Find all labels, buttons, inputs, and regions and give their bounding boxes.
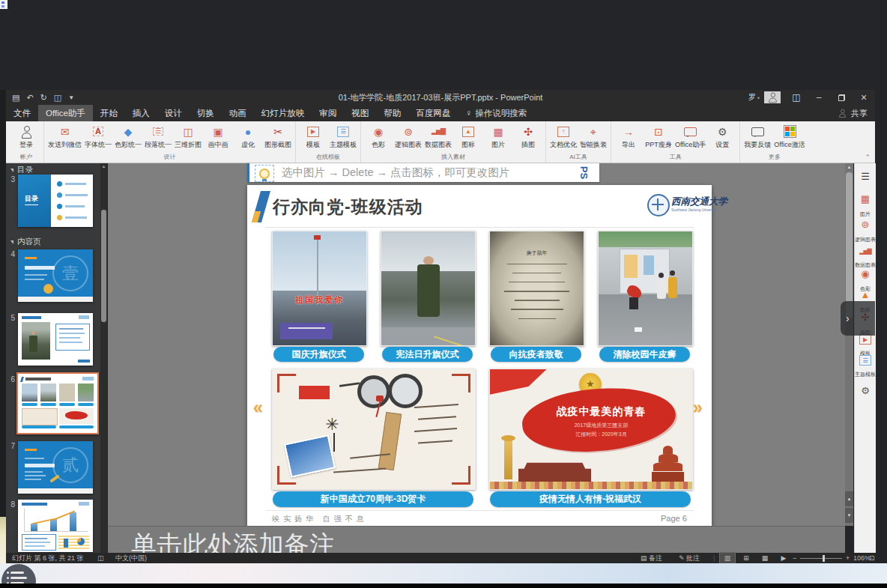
settings-button[interactable]: ⚙ 设置: [707, 124, 737, 150]
minimize-button[interactable]: –: [808, 90, 830, 105]
section-header-toc[interactable]: 目录: [6, 165, 33, 175]
section-header-content[interactable]: 内容页: [6, 237, 41, 247]
slide-thumbnail-3[interactable]: 目录: [18, 175, 93, 227]
tab-file[interactable]: 文件: [6, 105, 38, 121]
collapse-ribbon-icon[interactable]: ⌃: [865, 154, 871, 161]
template-button[interactable]: ▶ 模板: [298, 124, 328, 150]
quick-access-dropdown-icon[interactable]: ▼: [68, 94, 74, 101]
shape-screenshot-button[interactable]: ✂ 图形截图: [263, 124, 293, 150]
ppt-slim-button[interactable]: ⊡ PPT瘦身: [644, 124, 673, 150]
slide-title[interactable]: 行亦向党-班级活动: [273, 196, 423, 219]
tab-design[interactable]: 设计: [157, 105, 190, 121]
scrollbar-thumb[interactable]: [101, 210, 106, 322]
paragraph-unify-button[interactable]: ☰ 段落统一: [143, 124, 173, 150]
undo-icon[interactable]: ↶: [26, 93, 33, 103]
sidebar-menu-button[interactable]: ☰: [855, 169, 876, 183]
scroll-up-icon[interactable]: ▲: [847, 165, 852, 169]
tab-animations[interactable]: 动画: [222, 105, 254, 121]
tab-slideshow[interactable]: 幻灯片放映: [254, 105, 312, 121]
photo-wuhan-blessing-poster[interactable]: ★ 战疫中最美的青春 2017级地质第三团支部 汇报时间：2020年3月: [489, 369, 693, 490]
theme-template-button[interactable]: ☰ 主题模板: [328, 124, 358, 150]
icon-library-button[interactable]: ▲ 图标: [453, 124, 483, 150]
language-status[interactable]: 中文(中国): [115, 553, 147, 563]
slide-thumbnail-7[interactable]: 贰: [18, 441, 93, 494]
previous-slide-button[interactable]: ▲: [845, 491, 853, 506]
login-button[interactable]: 登录: [11, 124, 41, 150]
slide-thumbnail-6-selected[interactable]: [16, 372, 99, 434]
notes-toggle[interactable]: ▤ 备注: [641, 553, 662, 563]
zoom-level[interactable]: 106%: [853, 553, 871, 563]
slide-canvas[interactable]: 行亦向党-班级活动 西南交通大学 Southwest Jiaotong Univ…: [247, 185, 712, 526]
data-chart-button[interactable]: ▂▅▇ 数据图表: [423, 124, 453, 150]
tab-transitions[interactable]: 切换: [190, 105, 222, 121]
ribbon-display-options-icon[interactable]: ◫: [785, 90, 808, 105]
caption-pill[interactable]: 新中国成立70周年-3D贺卡: [273, 491, 473, 507]
sidebar-item-picture[interactable]: ▦ 图片: [855, 192, 876, 219]
caption-pill[interactable]: 清除校园牛皮癣: [599, 347, 690, 362]
accessibility-icon[interactable]: ◫: [97, 553, 104, 563]
sidebar-collapse-tab[interactable]: ›: [841, 301, 875, 336]
slide-sorter-view-button[interactable]: ⊞: [739, 553, 754, 563]
photo-constitution-day-flag[interactable]: [381, 231, 476, 346]
normal-view-button[interactable]: ▥: [720, 553, 735, 563]
scrollbar-thumb[interactable]: [846, 172, 853, 318]
caption-pill[interactable]: 向抗疫者致敬: [491, 347, 581, 362]
tab-home[interactable]: 开始: [93, 105, 125, 121]
tell-me-search[interactable]: ♀ 操作说明搜索: [458, 105, 534, 121]
zoom-slider-track[interactable]: [800, 558, 842, 559]
document-scrollbar[interactable]: ▲ ▲ ▼: [845, 163, 853, 526]
sidebar-item-data-chart[interactable]: ▂▅▇ 数据图表: [855, 243, 876, 270]
doc-optimize-button[interactable]: ↑ 文档优化: [548, 124, 578, 150]
photo-tribute-letter[interactable]: 庚子鼠年: [489, 231, 584, 346]
sidebar-item-logic-chart[interactable]: ⊚ 逻辑图表: [855, 217, 876, 244]
zoom-slider-thumb[interactable]: [823, 555, 825, 562]
send-to-wechat-button[interactable]: ✉ 发送到微信: [46, 124, 83, 150]
slide-thumbnail-4[interactable]: 壹: [18, 249, 93, 302]
zoom-in-button[interactable]: +: [846, 553, 850, 563]
office-activate-button[interactable]: Office激活: [772, 124, 806, 150]
share-button[interactable]: 共享: [837, 105, 868, 121]
fit-to-window-icon[interactable]: ⊡: [869, 553, 875, 563]
font-unify-button[interactable]: A 字体统一: [83, 124, 113, 150]
close-button[interactable]: ×: [853, 90, 875, 105]
slide-thumbnail-5[interactable]: [18, 313, 93, 366]
export-button[interactable]: → 导出: [614, 124, 644, 150]
fold-3d-button[interactable]: ◫ 三维折图: [173, 124, 203, 150]
sidebar-settings-button[interactable]: ⚙: [855, 384, 876, 397]
photo-campus-cleaning[interactable]: [598, 231, 693, 346]
slide-thumbnail-8[interactable]: [18, 500, 93, 552]
redo-icon[interactable]: ↻: [40, 93, 47, 103]
logic-chart-button[interactable]: ⊚ 逻辑图表: [393, 124, 423, 150]
prev-nav-arrow[interactable]: «: [253, 399, 263, 416]
palette-button[interactable]: ◉ 色彩: [363, 124, 393, 150]
notes-placeholder[interactable]: 单击此处添加备注: [131, 528, 335, 554]
feedback-button[interactable]: 我要反馈: [742, 124, 772, 150]
caption-pill[interactable]: 国庆升旗仪式: [273, 347, 364, 362]
start-slideshow-icon[interactable]: ◫: [54, 93, 61, 103]
picture-in-picture-button[interactable]: ▣ 画中画: [203, 124, 233, 150]
next-slide-button[interactable]: ▼: [845, 508, 853, 523]
slideshow-view-button[interactable]: ▶: [776, 553, 791, 563]
thumbnail-scrollbar[interactable]: ▲: [100, 163, 107, 553]
tab-help[interactable]: 帮助: [376, 105, 408, 121]
sidebar-item-theme-template[interactable]: ☰ 主题模板: [855, 355, 876, 379]
reading-view-button[interactable]: ▦: [757, 553, 772, 563]
comments-toggle[interactable]: ✎ 批注: [679, 553, 700, 563]
illustration-button[interactable]: ✣ 插图: [513, 124, 543, 150]
notes-pane[interactable]: 单击此处添加备注: [108, 526, 845, 554]
tab-insert[interactable]: 插入: [125, 105, 157, 121]
slide-tip-banner[interactable]: 选中图片 → Delete → 点击图标，即可更改图片 PS: [247, 163, 599, 182]
color-unify-button[interactable]: ◆ 色彩统一: [113, 124, 143, 150]
smart-outfit-button[interactable]: ⌖ 智能换装: [578, 124, 608, 150]
picture-button[interactable]: ▦ 图片: [483, 124, 513, 150]
avatar[interactable]: [764, 91, 781, 103]
photo-3d-greeting-card[interactable]: ✳: [272, 369, 476, 490]
caption-pill[interactable]: 疫情无情人有情-祝福武汉: [490, 491, 691, 507]
scroll-up-icon[interactable]: ▲: [101, 164, 106, 170]
tab-baidu-netdisk[interactable]: 百度网盘: [408, 105, 458, 121]
restore-button[interactable]: [830, 90, 853, 105]
tab-view[interactable]: 视图: [344, 105, 376, 121]
save-icon[interactable]: ▤: [12, 93, 19, 103]
office-assistant-button[interactable]: Office助手: [673, 124, 707, 150]
tab-office-assistant[interactable]: Office助手: [38, 105, 93, 121]
